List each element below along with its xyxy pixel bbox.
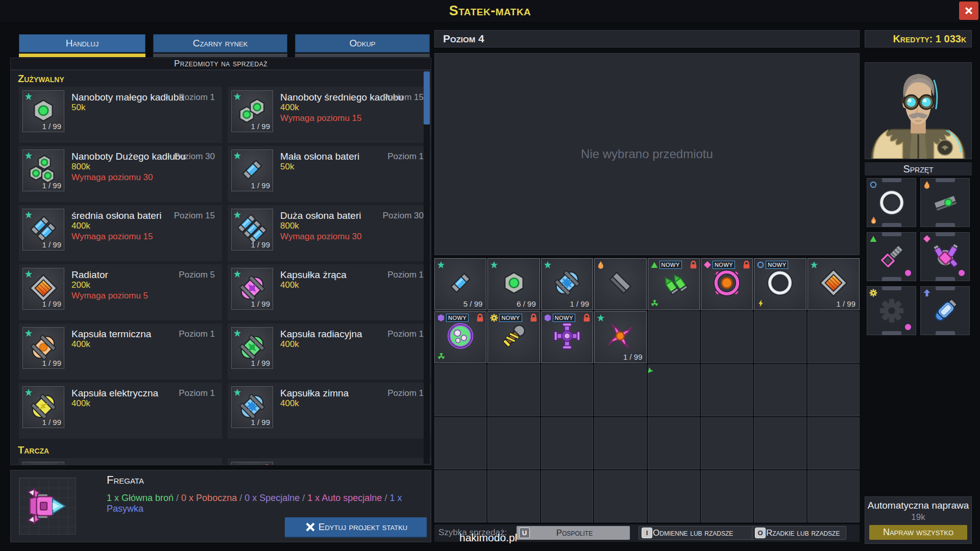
- inventory-cell[interactable]: [754, 470, 806, 522]
- item-card[interactable]: 1 / 99Kapsułka zimnaPoziom 1400k: [228, 383, 431, 439]
- inventory-cell[interactable]: NOWY: [434, 311, 486, 363]
- inventory-cell[interactable]: NOWY: [487, 311, 540, 363]
- quick-sell-button-o[interactable]: ORzadkie lub rzadsze: [752, 526, 846, 540]
- inventory-cell[interactable]: [594, 417, 646, 469]
- item-card[interactable]: Tarcza deflektoraPoziom 1: [19, 458, 222, 465]
- item-level: Poziom 1: [387, 388, 424, 398]
- item-card[interactable]: 1 / 99Mała osłona bateriPoziom 150k: [228, 146, 431, 202]
- scrollbar[interactable]: [424, 71, 430, 464]
- inventory-cell[interactable]: [648, 470, 700, 522]
- item-level: Poziom 30: [174, 152, 215, 162]
- item-card[interactable]: 1 / 99średnia osłona bateriPoziom 15400k…: [19, 205, 222, 261]
- dot-icon: [905, 270, 911, 276]
- inventory-cell[interactable]: [807, 311, 860, 363]
- item-card[interactable]: 1 / 99Kapsuła termicznaPoziom 1400k: [19, 323, 222, 380]
- quick-sell-button-i[interactable]: IOdmienne lub rzadsze: [639, 526, 755, 540]
- item-count: 1 / 99: [251, 299, 270, 308]
- item-card[interactable]: 1 / 99Kapsuła elektrycznaPoziom 1400k: [19, 383, 222, 439]
- item-count: 1 / 99: [251, 181, 270, 190]
- inventory-cell[interactable]: [754, 364, 806, 416]
- lock-icon: [742, 260, 751, 270]
- inventory-cell[interactable]: [541, 364, 593, 416]
- inventory-cell[interactable]: [754, 311, 806, 363]
- inventory-cell[interactable]: 1 / 99: [541, 258, 593, 310]
- item-name: Mała osłona bateri: [280, 151, 359, 162]
- item-card[interactable]: 1 / 99Kapsułka żrącaPoziom 1400k: [228, 264, 431, 320]
- inventory-cell[interactable]: [648, 364, 700, 416]
- equipment-slot[interactable]: [867, 232, 916, 281]
- item-card[interactable]: 1 / 99Nanoboty średniego kadłubuPoziom 1…: [228, 87, 431, 143]
- close-button[interactable]: [959, 2, 978, 20]
- inventory-cell[interactable]: [541, 470, 593, 522]
- inventory-cell[interactable]: [701, 311, 753, 363]
- quick-sell-button-u[interactable]: UPospolite: [517, 526, 630, 540]
- equipment-slot[interactable]: [920, 178, 970, 227]
- inventory-cell[interactable]: [487, 417, 540, 469]
- level-header: Poziom 4: [434, 30, 860, 47]
- inventory-cell[interactable]: [434, 470, 486, 522]
- inventory-cell[interactable]: [434, 364, 486, 416]
- inventory-cell[interactable]: [807, 417, 860, 469]
- equipment-slot[interactable]: [920, 286, 970, 335]
- tab-handluj[interactable]: Handluj: [19, 34, 145, 57]
- inventory-cell[interactable]: [648, 417, 700, 469]
- credits-label: Kredyty: 1 033k: [865, 30, 972, 47]
- inventory-cell[interactable]: [754, 417, 806, 469]
- inventory-cell[interactable]: [541, 417, 593, 469]
- equipment-slot[interactable]: [867, 286, 916, 335]
- item-card[interactable]: 1 / 99RadiatorPoziom 5200kWymaga poziomu…: [19, 264, 222, 320]
- inventory-cell[interactable]: 1 / 99: [807, 258, 860, 310]
- loadout-segment: 1 x Auto specjalne: [307, 493, 382, 503]
- tab-czarny-rynek[interactable]: Czarny rynek: [153, 34, 287, 57]
- equipment-slot[interactable]: [867, 178, 916, 227]
- inventory-cell[interactable]: [594, 364, 646, 416]
- item-card[interactable]: 1 / 99Duża osłona bateriPoziom 30800kWym…: [228, 205, 431, 261]
- item-price: 400k: [71, 398, 90, 409]
- inventory-cell[interactable]: NOWY: [754, 258, 806, 310]
- item-count: 1 / 99: [570, 299, 590, 308]
- inventory-cell[interactable]: [594, 470, 646, 522]
- circle-icon: [756, 261, 765, 269]
- inventory-cell[interactable]: [701, 364, 753, 416]
- item-level: Poziom 1: [179, 92, 215, 103]
- inventory-cell[interactable]: 1 / 99: [594, 311, 646, 363]
- inventory-cell[interactable]: [648, 311, 700, 363]
- inventory-cell[interactable]: [594, 258, 646, 310]
- edit-ship-button[interactable]: Edytuj projekt statku: [285, 517, 427, 538]
- inventory-cell[interactable]: [807, 364, 860, 416]
- tab-odkup[interactable]: Odkup: [295, 34, 430, 57]
- frigate-sprite: [21, 481, 74, 532]
- equipment-slot[interactable]: [920, 232, 970, 281]
- inventory-cell[interactable]: [701, 470, 753, 522]
- repair-all-button[interactable]: Napraw wszystko: [869, 525, 967, 540]
- scrollbar-thumb[interactable]: [424, 71, 430, 124]
- triangle-icon: [650, 261, 658, 269]
- item-card[interactable]: 1 / 99Kapsuła radiacyjnaPoziom 1400k: [228, 323, 431, 380]
- inventory-cell[interactable]: [487, 364, 540, 416]
- inventory-cell[interactable]: [434, 417, 486, 469]
- tab-label: Handluj: [19, 34, 145, 53]
- item-count: 1 / 99: [251, 240, 270, 249]
- spiky-icon: [604, 320, 636, 352]
- star-icon: [233, 388, 241, 396]
- lock-icon: [529, 313, 538, 323]
- multiweapon-icon: [929, 241, 961, 272]
- item-count: 1 / 99: [251, 122, 270, 131]
- item-name: Radiator: [71, 269, 108, 281]
- item-card[interactable]: Tarcza deflektoraPoziom 5: [228, 458, 431, 465]
- item-card[interactable]: 1 / 99Nanoboty małego kadłubaPoziom 150k: [19, 87, 222, 143]
- item-level: Poziom 1: [179, 464, 215, 465]
- inventory-cell[interactable]: NOWY: [701, 258, 753, 310]
- title-bar: Statek-matka: [0, 0, 980, 23]
- inventory-cell[interactable]: 6 / 99: [487, 258, 540, 310]
- inventory-cell[interactable]: [701, 417, 753, 469]
- inventory-cell[interactable]: 5 / 99: [434, 258, 486, 310]
- inventory-cell[interactable]: NOWY: [648, 258, 700, 310]
- item-card[interactable]: 1 / 99Nanoboty Dużego kadłubuPoziom 3080…: [19, 146, 222, 202]
- drill-icon: [498, 320, 530, 352]
- inventory-cell[interactable]: NOWY: [541, 311, 593, 363]
- inventory-cell[interactable]: [807, 470, 860, 522]
- inventory-cell[interactable]: [487, 470, 540, 522]
- new-badge: NOWY: [766, 261, 788, 269]
- droplet-icon: [923, 181, 931, 189]
